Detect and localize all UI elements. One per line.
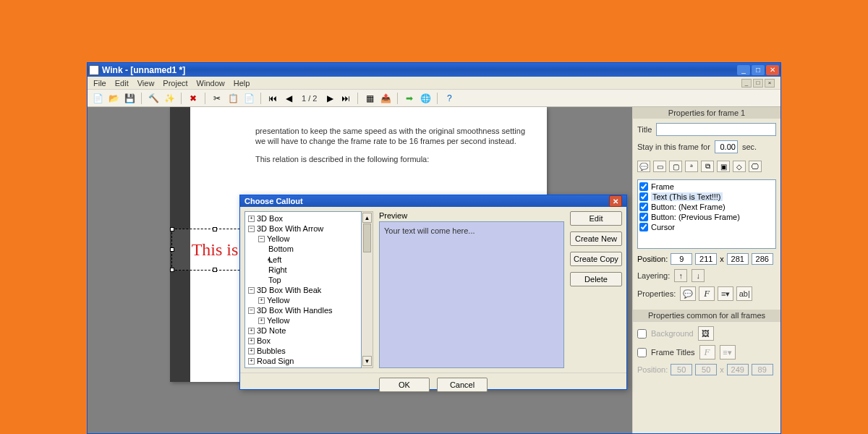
menu-edit[interactable]: Edit	[115, 79, 129, 88]
tree-item-3d-box[interactable]: +3D Box	[247, 213, 359, 224]
menu-help[interactable]: Help	[234, 79, 250, 88]
tree-item-left[interactable]: Left↖	[247, 254, 359, 265]
prev-frame-icon[interactable]: ◀	[283, 93, 294, 104]
common-pos-sep: x	[720, 365, 724, 374]
shape-frame-icon[interactable]: ▣	[717, 161, 730, 172]
create-copy-button[interactable]: Create Copy	[570, 252, 622, 266]
mdi-restore-button[interactable]: □	[753, 79, 763, 88]
paste-icon[interactable]: 📄	[243, 93, 255, 104]
layer-up-button[interactable]: ↑	[674, 269, 687, 282]
layer-prev-checkbox[interactable]	[639, 213, 648, 221]
layer-frame-checkbox[interactable]	[639, 182, 648, 191]
save-icon[interactable]: 💾	[124, 93, 135, 104]
new-icon[interactable]: 📄	[92, 93, 103, 104]
shape-diamond-icon[interactable]: ◇	[733, 161, 746, 172]
maximize-button[interactable]: □	[752, 65, 765, 75]
tree-item-yellow-2[interactable]: +Yellow	[247, 295, 359, 305]
pos-x-input[interactable]	[671, 253, 692, 265]
shape-speech-icon[interactable]: 💬	[637, 161, 650, 172]
layer-frame[interactable]: Frame	[639, 182, 774, 192]
layer-next-button[interactable]: Button: (Next Frame)	[639, 202, 774, 212]
tree-item-right[interactable]: Right	[247, 265, 359, 275]
menu-window[interactable]: Window	[197, 79, 225, 88]
minimize-button[interactable]: _	[737, 65, 750, 75]
stay-input[interactable]	[715, 140, 738, 153]
callout-tree[interactable]: +3D Box −3D Box With Arrow −Yellow Botto…	[244, 211, 362, 368]
tree-item-bottom[interactable]: Bottom	[247, 244, 359, 254]
menu-project[interactable]: Project	[163, 79, 187, 88]
tree-item-top[interactable]: Top	[247, 275, 359, 285]
layer-prev-button[interactable]: Button: (Previous Frame)	[639, 212, 774, 222]
pos-y-input[interactable]	[695, 253, 717, 265]
resize-handle-s[interactable]	[213, 268, 217, 272]
arrow-icon[interactable]: ➡	[404, 93, 415, 104]
dialog-close-button[interactable]: ✕	[609, 195, 622, 207]
last-frame-icon[interactable]: ⏭	[340, 93, 352, 104]
layer-next-checkbox[interactable]	[639, 203, 648, 211]
resize-handle-sw[interactable]	[170, 268, 174, 272]
tree-item-box[interactable]: +Box	[247, 336, 359, 346]
layer-cursor[interactable]: Cursor	[639, 222, 774, 232]
hammer-icon[interactable]: 🔨	[148, 93, 159, 104]
shape-display-icon[interactable]: 🖵	[749, 161, 762, 172]
scrollbar-thumb[interactable]	[363, 224, 371, 252]
pos-w-input[interactable]	[727, 253, 749, 265]
tree-item-3d-box-beak[interactable]: −3D Box With Beak	[247, 285, 359, 295]
globe-icon[interactable]: 🌐	[420, 93, 431, 104]
tree-item-bubbles[interactable]: +Bubbles	[247, 346, 359, 356]
tree-scrollbar[interactable]: ▲ ▼	[362, 211, 373, 368]
tree-item-road-sign[interactable]: +Road Sign	[247, 356, 359, 366]
delete-icon[interactable]: ✖	[187, 93, 199, 104]
first-frame-icon[interactable]: ⏮	[267, 93, 278, 104]
resize-handle-n[interactable]	[213, 227, 217, 231]
scroll-up-button[interactable]: ▲	[362, 213, 372, 223]
background-image-button[interactable]: 🖼	[698, 326, 714, 341]
open-icon[interactable]: 📂	[108, 93, 119, 104]
edit-button[interactable]: Edit	[570, 211, 622, 226]
shape-box-icon[interactable]: ▭	[653, 161, 666, 172]
resize-handle-w[interactable]	[170, 247, 174, 252]
delete-button[interactable]: Delete	[570, 272, 622, 286]
close-button[interactable]: ✕	[766, 65, 779, 75]
prop-textbox-icon[interactable]: ab|	[736, 286, 752, 301]
cut-icon[interactable]: ✂	[211, 93, 223, 104]
background-checkbox[interactable]	[637, 329, 647, 339]
copy-icon[interactable]: 📋	[227, 93, 239, 104]
prop-font-button[interactable]: F	[699, 286, 715, 301]
pos-h-input[interactable]	[752, 253, 773, 265]
prop-callout-icon[interactable]: 💬	[680, 286, 696, 301]
layer-down-button[interactable]: ↓	[692, 269, 705, 282]
ok-button[interactable]: OK	[379, 378, 430, 392]
layer-text-checkbox[interactable]	[639, 192, 648, 201]
help-icon[interactable]: ?	[443, 93, 455, 104]
frame-titles-checkbox[interactable]	[637, 348, 647, 357]
shape-rounded-icon[interactable]: ▢	[669, 161, 682, 172]
tree-item-3d-note[interactable]: +3D Note	[247, 326, 359, 336]
title-input[interactable]	[656, 123, 776, 136]
scroll-down-button[interactable]: ▼	[362, 356, 372, 366]
export-icon[interactable]: 📤	[380, 93, 391, 104]
layers-list: Frame Text (This is Text!!!) Button: (Ne…	[637, 179, 776, 249]
menu-file[interactable]: File	[93, 79, 106, 88]
layer-text[interactable]: Text (This is Text!!!)	[639, 192, 774, 202]
cancel-button[interactable]: Cancel	[437, 378, 488, 392]
frame-titles-font-button[interactable]: F	[699, 345, 715, 359]
tree-item-3d-box-arrow[interactable]: −3D Box With Arrow	[247, 224, 359, 234]
create-new-button[interactable]: Create New	[570, 231, 622, 246]
tree-item-3d-box-handles[interactable]: −3D Box With Handles	[247, 305, 359, 315]
menu-view[interactable]: View	[137, 79, 155, 88]
tree-item-yellow-3[interactable]: +Yellow	[247, 315, 359, 326]
thumbnails-icon[interactable]: ▦	[364, 93, 375, 104]
dialog-footer: OK Cancel	[240, 373, 626, 399]
prop-align-button[interactable]: ≡▾	[718, 286, 733, 301]
shape-abc-icon[interactable]: ᵃ	[685, 161, 698, 172]
shape-double-icon[interactable]: ⧉	[701, 161, 714, 172]
frame-titles-align-button[interactable]: ≡▾	[720, 345, 736, 359]
mdi-minimize-button[interactable]: _	[741, 79, 752, 88]
mdi-close-button[interactable]: ×	[765, 79, 775, 88]
wand-icon[interactable]: ✨	[163, 93, 175, 104]
layer-cursor-checkbox[interactable]	[639, 223, 648, 231]
next-frame-icon[interactable]: ▶	[324, 93, 336, 104]
resize-handle-nw[interactable]	[170, 227, 174, 231]
tree-item-yellow-1[interactable]: −Yellow	[247, 234, 359, 244]
